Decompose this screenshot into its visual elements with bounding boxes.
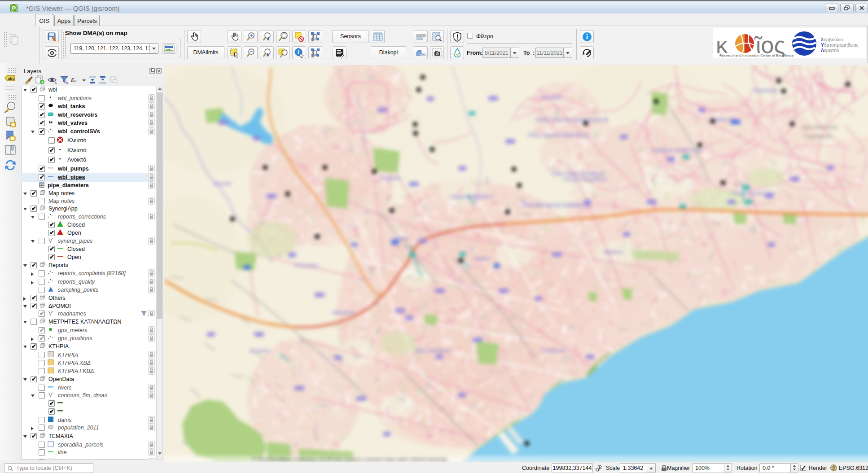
svg-text:Οδος Γιαννου Κρανιδιωτη Β: Οδος Γιαννου Κρανιδιωτη Β xyxy=(536,116,608,123)
svg-text:Αγιος Αθανασιος: Αγιος Αθανασιος xyxy=(802,124,838,130)
svg-text:Research and Innovation Center: Research and Innovation Center of Excell… xyxy=(719,53,793,57)
svg-text:Μισιαουλη: Μισιαουλη xyxy=(333,310,355,315)
svg-text:Λεωφ Μακαριου Γ: Λεωφ Μακαριου Γ xyxy=(450,193,494,200)
svg-text:Ασωματος: Ασωματος xyxy=(249,348,270,353)
svg-text:Συμβούλιο: Συμβούλιο xyxy=(821,37,843,42)
svg-text:Κανθου: Κανθου xyxy=(474,256,489,261)
svg-text:Λεωφ Γερμασογειας: Λεωφ Γερμασογειας xyxy=(731,190,775,196)
svg-text:Παλωδια: Παλωδια xyxy=(214,181,231,186)
svg-text:Λεμεσού: Λεμεσού xyxy=(821,48,839,53)
svg-text:abc: abc xyxy=(8,76,15,81)
svg-text:Καλογηροι: Καλογηροι xyxy=(541,95,562,100)
svg-text:Σπυρου Κυπριανου: Σπυρου Κυπριανου xyxy=(564,176,607,182)
svg-text:Λεωφορος: Λεωφορος xyxy=(379,175,401,180)
svg-text:Υδατοπρομήθειας: Υδατοπρομήθειας xyxy=(821,42,859,48)
svg-text:Ποσειδωνος: Ποσειδωνος xyxy=(541,348,566,353)
svg-text:Παρεκκλησια: Παρεκκλησια xyxy=(752,88,778,93)
svg-text:Κολωνακιου: Κολωνακιου xyxy=(294,263,319,268)
svg-text:Αγιας Φυλαξεως: Αγιας Φυλαξεως xyxy=(415,348,452,354)
svg-text:Υψωνας: Υψωνας xyxy=(392,236,408,241)
svg-text:Γερμασογεια: Γερμασογεια xyxy=(804,133,832,139)
svg-text:Βασιλεως: Βασιλεως xyxy=(604,250,623,254)
svg-text:Οδος Μισιαουλη Καβαζογλου: Οδος Μισιαουλη Καβαζογλου xyxy=(522,202,591,208)
svg-text:Οδος Αγιας Φυλαξεως: Οδος Αγιας Φυλαξεως xyxy=(552,171,605,177)
svg-text:Οδος Γιαννου Κρανιδιωτη: Οδος Γιαννου Κρανιδιωτη xyxy=(528,132,589,138)
svg-text:Λεωφορος Αμαθουντος: Λεωφορος Αμαθουντος xyxy=(651,147,702,153)
svg-text:© OpenStreetMap contributors,: © OpenStreetMap contributors, CC-BY-SA |… xyxy=(252,456,447,462)
